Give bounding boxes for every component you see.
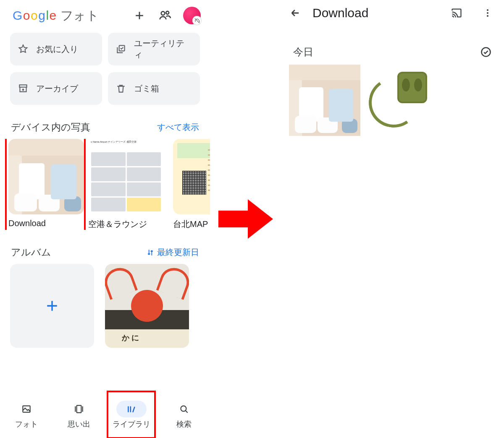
star-icon <box>18 44 29 55</box>
device-folder-taipei[interactable]: 台北MAP <box>173 139 210 230</box>
folder-thumbnail <box>8 139 84 214</box>
nav-search[interactable]: 検索 <box>158 391 210 438</box>
svg-point-7 <box>487 9 488 11</box>
svg-point-1 <box>166 11 169 14</box>
chip-label: ユーティリティ <box>134 38 192 60</box>
account-avatar[interactable] <box>183 7 201 24</box>
new-album-button[interactable] <box>10 264 94 348</box>
chip-label: ゴミ箱 <box>134 83 159 94</box>
archive-button[interactable]: アーカイブ <box>10 72 102 105</box>
app-header: Google フォト <box>0 0 210 33</box>
library-shortcuts: お気に入り ユーティリティ アーカイブ ゴミ箱 <box>0 33 210 105</box>
sort-button[interactable]: 最終更新日 <box>146 247 199 258</box>
folder-label: 台北MAP <box>173 219 210 230</box>
search-icon <box>178 404 189 415</box>
back-button[interactable] <box>289 7 302 19</box>
svg-rect-3 <box>19 85 26 87</box>
album-item[interactable]: か に <box>105 264 189 348</box>
trash-icon <box>116 83 126 94</box>
arrow-right-icon <box>218 196 273 242</box>
bottom-navigation: フォト 思い出 ライブラリ 検索 <box>0 391 210 438</box>
photo-grid <box>281 65 504 136</box>
memories-icon <box>74 404 84 415</box>
nav-library[interactable]: ライブラリ <box>105 391 158 438</box>
favorites-button[interactable]: お気に入り <box>10 33 102 65</box>
albums-row: か に <box>0 264 210 348</box>
chip-label: アーカイブ <box>36 83 78 94</box>
folder-label: 空港＆ラウンジ <box>88 219 167 230</box>
photo-item[interactable] <box>363 65 434 136</box>
date-label: 今日 <box>293 45 313 59</box>
detail-header: Download <box>281 0 504 26</box>
svg-point-8 <box>487 12 488 14</box>
folder-thumbnail <box>173 139 210 214</box>
albums-header: アルバム 最終更新日 <box>0 230 210 264</box>
folder-title: Download <box>312 6 439 20</box>
nav-label: 検索 <box>176 419 192 429</box>
nav-label: 思い出 <box>68 419 90 429</box>
date-section-header: 今日 <box>281 26 504 65</box>
device-folders-row: Download s Narita Airport ナインアワーズ 成田空港 空… <box>0 139 210 230</box>
archive-icon <box>18 83 29 94</box>
device-photos-header: デバイス内の写真 すべて表示 <box>0 105 210 139</box>
sync-off-badge-icon <box>192 16 202 25</box>
library-icon <box>126 404 137 415</box>
google-photos-logo: Google フォト <box>13 7 99 24</box>
sort-icon <box>146 248 155 257</box>
section-title: デバイス内の写真 <box>11 121 90 134</box>
folder-thumbnail: s Narita Airport ナインアワーズ 成田空港 <box>88 139 164 214</box>
svg-point-9 <box>487 15 488 17</box>
svg-point-0 <box>161 11 165 15</box>
photo-item[interactable] <box>289 65 360 136</box>
folder-label: Download <box>8 219 82 228</box>
header-actions <box>133 7 201 24</box>
photo-icon <box>21 404 32 415</box>
add-icon[interactable] <box>133 9 146 22</box>
nav-label: フォト <box>15 419 38 429</box>
transition-arrow <box>210 0 281 438</box>
thumb-caption: s Narita Airport ナインアワーズ 成田空港 <box>91 141 161 143</box>
trash-button[interactable]: ゴミ箱 <box>108 72 200 105</box>
select-all-icon[interactable] <box>480 46 492 58</box>
folder-detail-screen: Download 今日 <box>281 0 504 438</box>
utilities-icon <box>116 44 126 55</box>
library-screen: Google フォト お気に入り <box>0 0 210 438</box>
show-all-link[interactable]: すべて表示 <box>157 122 199 133</box>
sort-label: 最終更新日 <box>157 247 199 258</box>
device-folder-download[interactable]: Download <box>6 139 85 230</box>
nav-photos[interactable]: フォト <box>0 391 52 438</box>
chip-label: お気に入り <box>36 44 78 55</box>
svg-rect-5 <box>76 405 81 412</box>
svg-point-6 <box>181 406 186 411</box>
nav-memories[interactable]: 思い出 <box>52 391 105 438</box>
nav-label: ライブラリ <box>113 419 150 429</box>
more-icon[interactable] <box>481 7 494 19</box>
device-folder-airport[interactable]: s Narita Airport ナインアワーズ 成田空港 空港＆ラウンジ <box>88 139 167 230</box>
sharing-icon[interactable] <box>158 9 171 22</box>
cast-icon[interactable] <box>450 7 463 19</box>
album-caption: か に <box>122 333 139 343</box>
utilities-button[interactable]: ユーティリティ <box>108 33 200 65</box>
section-title: アルバム <box>11 246 51 259</box>
show-all-label: すべて表示 <box>157 122 199 133</box>
logo-suffix: フォト <box>60 7 99 24</box>
